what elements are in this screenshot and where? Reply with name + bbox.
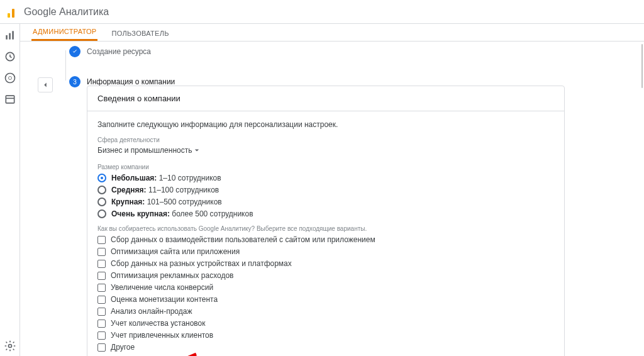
checkbox-icon: [97, 236, 106, 244]
tab-administrator[interactable]: АДМИНИСТРАТОР: [31, 28, 97, 41]
usage-option-0[interactable]: Сбор данных о взаимодействии пользовател…: [97, 235, 554, 245]
svg-point-5: [8, 77, 11, 80]
checkbox-icon: [97, 343, 106, 352]
radio-icon: [97, 209, 106, 218]
stepper-connector: [65, 50, 66, 81]
company-size-label: Размер компании: [97, 164, 554, 170]
content-area: Создание ресурса 3 Информация о компании…: [20, 42, 644, 356]
usage-option-8[interactable]: Учет привлеченных клиентов: [97, 330, 554, 340]
left-rail: [0, 24, 20, 356]
svg-point-4: [5, 74, 14, 83]
svg-point-8: [8, 345, 11, 348]
company-size-group: Небольшая: 1–10 сотрудниковСредняя: 11–1…: [97, 173, 554, 219]
usage-option-7[interactable]: Учет количества установок: [97, 318, 554, 328]
realtime-icon[interactable]: [4, 50, 16, 63]
usage-option-9[interactable]: Другое: [97, 342, 554, 352]
explore-icon[interactable]: [4, 72, 16, 84]
svg-rect-6: [6, 96, 14, 103]
svg-rect-2: [12, 31, 14, 39]
company-info-card: Сведения о компании Заполните следующую …: [87, 86, 565, 356]
checkbox-icon: [97, 272, 106, 280]
sub-tabs: АДМИНИСТРАТОР ПОЛЬЗОВАТЕЛЬ: [20, 24, 644, 42]
app-bar: Google Аналитика: [0, 0, 644, 24]
checkbox-icon: [97, 284, 106, 292]
usage-option-3[interactable]: Оптимизация рекламных расходов: [97, 270, 554, 281]
checkbox-icon: [97, 331, 106, 340]
settings-gear-icon[interactable]: [4, 340, 16, 352]
step-2-label: Создание ресурса: [87, 47, 151, 56]
chevron-down-icon: [194, 148, 199, 153]
checkbox-icon: [97, 248, 106, 256]
scrollbar[interactable]: [641, 44, 643, 88]
back-button[interactable]: [38, 77, 53, 92]
industry-dropdown[interactable]: Бизнес и промышленность: [97, 146, 199, 155]
radio-icon: [97, 174, 106, 182]
usage-option-6[interactable]: Анализ онлайн-продаж: [97, 306, 554, 316]
card-title: Сведения о компании: [87, 86, 564, 111]
step-3-label: Информация о компании: [87, 77, 175, 86]
checkbox-icon: [97, 320, 106, 328]
usage-group: Сбор данных о взаимодействии пользовател…: [97, 235, 554, 352]
usage-option-2[interactable]: Сбор данных на разных устройствах и плат…: [97, 259, 554, 269]
size-option-3[interactable]: Очень крупная: более 500 сотрудников: [97, 209, 554, 219]
checkbox-icon: [97, 260, 106, 268]
size-option-2[interactable]: Крупная: 101–500 сотрудников: [97, 197, 554, 207]
radio-icon: [97, 186, 106, 194]
industry-value: Бизнес и промышленность: [97, 146, 192, 155]
industry-label: Сфера деятельности: [97, 136, 554, 143]
tab-user[interactable]: ПОЛЬЗОВАТЕЛЬ: [110, 30, 170, 41]
checkbox-icon: [97, 296, 106, 304]
usage-option-5[interactable]: Оценка монетизации контента: [97, 294, 554, 304]
radio-icon: [97, 197, 106, 206]
usage-option-1[interactable]: Оптимизация сайта или приложения: [97, 247, 554, 257]
bar-chart-icon[interactable]: [4, 29, 16, 42]
svg-rect-0: [6, 35, 8, 40]
usage-option-4[interactable]: Увеличение числа конверсий: [97, 282, 554, 292]
library-icon[interactable]: [4, 93, 16, 106]
step-3-number: 3: [69, 76, 80, 87]
svg-rect-1: [9, 33, 10, 40]
step-2: Создание ресурса: [69, 45, 556, 58]
card-intro: Заполните следующую информацию для персо…: [97, 120, 554, 129]
usage-label: Как вы собираетесь использовать Google А…: [97, 225, 554, 232]
check-icon: [72, 48, 78, 55]
analytics-logo-icon: [8, 6, 19, 18]
arrow-left-icon: [41, 81, 50, 89]
app-title: Google Аналитика: [24, 6, 109, 18]
size-option-1[interactable]: Средняя: 11–100 сотрудников: [97, 185, 554, 195]
checkbox-icon: [97, 308, 106, 316]
size-option-0[interactable]: Небольшая: 1–10 сотрудников: [97, 173, 554, 183]
